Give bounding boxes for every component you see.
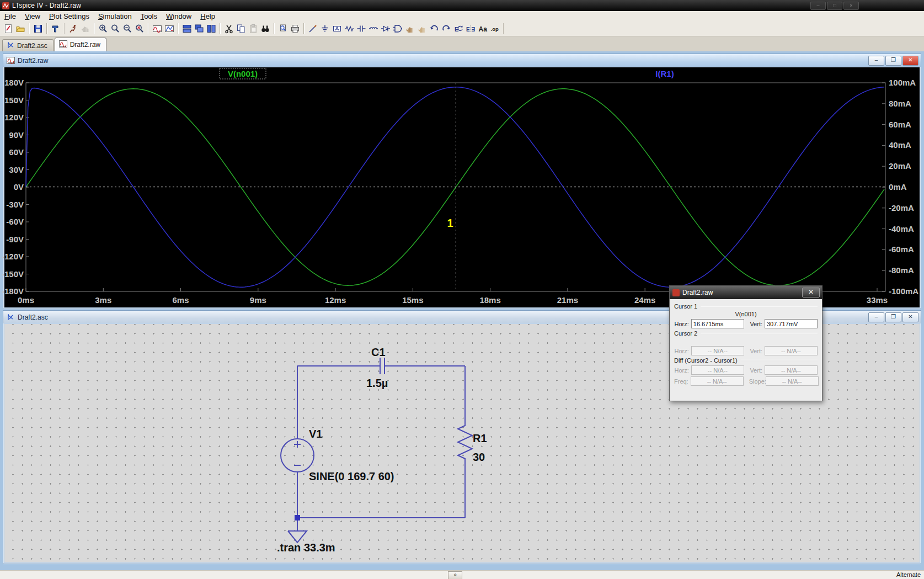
menu-bar: FileViewPlot SettingsSimulationToolsWind… <box>0 11 924 22</box>
restore-icon[interactable]: ❐ <box>885 312 901 322</box>
zoom-in-icon[interactable] <box>97 23 109 35</box>
diff-vert-field <box>765 365 818 375</box>
cursor-dialog[interactable]: Draft2.raw ✕ Cursor 1 V(n001) Horz: Vert… <box>669 285 822 401</box>
net-label-icon[interactable] <box>331 23 343 35</box>
place-inductor-icon[interactable] <box>367 23 380 35</box>
place-diode-icon[interactable] <box>380 23 392 35</box>
print-preview-icon[interactable] <box>277 23 289 35</box>
menu-item-help[interactable]: Help <box>196 12 220 21</box>
plot-pane[interactable] <box>4 67 920 307</box>
app-close-button[interactable]: × <box>843 2 859 10</box>
close-icon[interactable]: ✕ <box>802 288 820 298</box>
app-maximize-button[interactable]: □ <box>827 2 842 10</box>
print-icon[interactable] <box>289 23 301 35</box>
tab-label: Draft2.asc <box>17 42 47 50</box>
mirror-icon[interactable]: EƎ <box>464 23 477 35</box>
copy-icon[interactable] <box>235 23 247 35</box>
place-ground-icon[interactable] <box>319 23 331 35</box>
toolbar-separator <box>220 23 221 34</box>
save-icon[interactable] <box>32 23 44 35</box>
toolbar-separator <box>274 23 275 34</box>
paste-icon <box>247 23 259 35</box>
waveform-file-icon <box>7 57 15 64</box>
app-titlebar[interactable]: LTspice IV - Draft2.raw – □ × <box>0 0 924 11</box>
diff-group-label: Diff (Cursor2 - Cursor1) <box>674 357 738 364</box>
toolbar: EEƎAa.op <box>0 21 924 36</box>
tile-vertically-icon[interactable] <box>181 23 193 35</box>
svg-text:Aa: Aa <box>479 25 488 33</box>
toolbar-separator <box>303 23 305 34</box>
slope-label: Slope: <box>749 378 763 385</box>
plot-settings-icon[interactable] <box>163 23 175 35</box>
zoom-out-icon[interactable] <box>121 23 133 35</box>
toolbar-separator <box>64 23 65 34</box>
app-title: LTspice IV - Draft2.raw <box>12 2 81 9</box>
toolbar-separator <box>46 23 47 34</box>
freq-label: Freq: <box>674 378 688 385</box>
close-icon[interactable]: ✕ <box>902 56 918 66</box>
toolbar-separator <box>503 23 504 34</box>
new-schematic-icon[interactable] <box>2 23 14 35</box>
ltspice-logo-icon <box>672 289 680 296</box>
waveform-file-icon <box>59 40 67 49</box>
diff-slope-field <box>766 376 819 386</box>
cut-icon[interactable] <box>223 23 235 35</box>
cursor1-vert-field[interactable] <box>765 319 818 328</box>
cursor-dialog-title: Draft2.raw <box>682 289 713 296</box>
halt-simulation-icon <box>79 23 92 35</box>
svg-text:E: E <box>466 26 470 32</box>
solver-mode-label: Alternate <box>896 571 921 578</box>
redo-icon[interactable] <box>440 23 452 35</box>
app-minimize-button[interactable]: – <box>810 2 826 10</box>
tab-bar: Draft2.ascDraft2.raw <box>0 36 924 51</box>
move-icon[interactable] <box>404 23 416 35</box>
tile-horizontally-icon[interactable] <box>205 23 217 35</box>
horz-label: Horz: <box>674 367 689 374</box>
autorange-y-axis-icon[interactable] <box>151 23 163 35</box>
cascade-windows-icon[interactable] <box>193 23 205 35</box>
zoom-full-extents-icon[interactable] <box>133 23 146 35</box>
menu-item-tools[interactable]: Tools <box>136 12 162 21</box>
place-resistor-icon[interactable] <box>343 23 355 35</box>
menu-item-plot-settings[interactable]: Plot Settings <box>45 12 94 21</box>
vert-label: Vert: <box>750 321 762 327</box>
cursor-dialog-titlebar[interactable]: Draft2.raw ✕ <box>670 286 822 299</box>
draw-wire-icon[interactable] <box>307 23 319 35</box>
menu-item-view[interactable]: View <box>20 12 45 21</box>
tab-label: Draft2.raw <box>70 41 100 49</box>
place-text-icon[interactable]: Aa <box>477 23 489 35</box>
place-capacitor-icon[interactable] <box>355 23 367 35</box>
undo-icon[interactable] <box>428 23 440 35</box>
spice-directive-icon[interactable]: .op <box>489 23 501 35</box>
zoom-back-icon[interactable] <box>109 23 121 35</box>
tab-draft2.asc[interactable]: Draft2.asc <box>2 39 54 51</box>
open-file-icon[interactable] <box>14 23 26 35</box>
horz-label: Horz: <box>674 321 689 327</box>
schematic-file-icon <box>7 41 14 50</box>
close-icon[interactable]: ✕ <box>902 312 918 322</box>
minimize-icon[interactable]: – <box>868 56 884 66</box>
cursor1-horz-field[interactable] <box>691 319 744 328</box>
minimize-icon[interactable]: – <box>868 312 884 322</box>
menu-item-file[interactable]: File <box>0 12 20 21</box>
cursor2-vert-field <box>765 346 818 355</box>
toolbar-separator <box>29 23 30 34</box>
find-icon[interactable] <box>259 23 271 35</box>
menu-item-window[interactable]: Window <box>162 12 196 21</box>
restore-icon[interactable]: ❐ <box>885 56 901 66</box>
waveform-window-title: Draft2.raw <box>18 57 48 65</box>
tab-draft2.raw[interactable]: Draft2.raw <box>55 38 106 51</box>
toolbar-separator <box>148 23 149 34</box>
menu-item-simulation[interactable]: Simulation <box>94 12 136 21</box>
drag-icon[interactable] <box>416 23 428 35</box>
run-simulation-icon[interactable] <box>67 23 79 35</box>
control-panel-icon[interactable] <box>50 23 62 35</box>
collapse-panel-button[interactable]: « <box>448 571 462 579</box>
diff-horz-field <box>691 365 744 375</box>
rotate-icon[interactable]: E <box>452 23 464 35</box>
waveform-window-titlebar[interactable]: Draft2.raw – ❐ ✕ <box>3 54 921 67</box>
place-component-icon[interactable] <box>392 23 404 35</box>
vert-label: Vert: <box>750 348 762 354</box>
cursor1-group-label: Cursor 1 <box>674 303 697 310</box>
diff-freq-field <box>691 376 744 386</box>
